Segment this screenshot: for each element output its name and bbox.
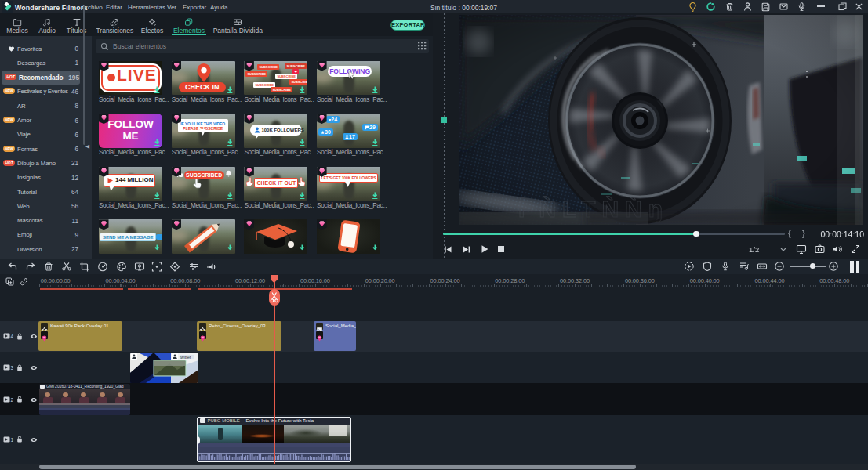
svg-text:2: 2	[11, 397, 14, 403]
svg-text:4: 4	[11, 334, 14, 339]
svg-text:twitter: twitter	[180, 354, 191, 359]
svg-text:1: 1	[11, 437, 14, 443]
svg-text:3: 3	[11, 365, 14, 371]
